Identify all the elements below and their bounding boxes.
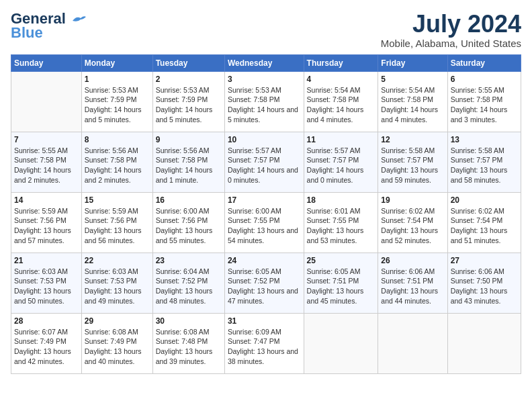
calendar-cell [11, 71, 82, 132]
day-info: Sunrise: 5:54 AMSunset: 7:58 PMDaylight:… [381, 85, 444, 125]
day-info: Sunrise: 6:00 AMSunset: 7:56 PMDaylight:… [156, 206, 222, 246]
day-number: 29 [85, 316, 150, 326]
day-number: 13 [451, 135, 518, 144]
calendar-table: SundayMondayTuesdayWednesdayThursdayFrid… [11, 54, 521, 374]
day-number: 31 [228, 316, 301, 326]
calendar-week-row: 7Sunrise: 5:55 AMSunset: 7:58 PMDaylight… [11, 132, 521, 192]
day-number: 27 [451, 256, 518, 265]
calendar-cell: 13Sunrise: 5:58 AMSunset: 7:57 PMDayligh… [447, 132, 521, 192]
day-number: 23 [156, 256, 222, 265]
calendar-cell: 3Sunrise: 5:53 AMSunset: 7:58 PMDaylight… [224, 71, 304, 132]
page-header: General Blue July 2024 Mobile, Alabama, … [11, 11, 521, 49]
calendar-cell [304, 313, 378, 373]
day-info: Sunrise: 6:03 AMSunset: 7:53 PMDaylight:… [85, 267, 150, 306]
day-number: 26 [381, 256, 444, 265]
day-number: 22 [85, 256, 150, 265]
day-info: Sunrise: 6:04 AMSunset: 7:52 PMDaylight:… [156, 267, 222, 306]
day-info: Sunrise: 6:02 AMSunset: 7:54 PMDaylight:… [451, 206, 518, 246]
logo-blue: Blue [11, 26, 43, 40]
calendar-cell: 30Sunrise: 6:08 AMSunset: 7:48 PMDayligh… [152, 313, 224, 373]
calendar-cell: 18Sunrise: 6:01 AMSunset: 7:55 PMDayligh… [304, 192, 378, 253]
calendar-cell: 24Sunrise: 6:05 AMSunset: 7:52 PMDayligh… [224, 253, 304, 313]
day-info: Sunrise: 5:57 AMSunset: 7:57 PMDaylight:… [307, 146, 375, 185]
calendar-week-row: 21Sunrise: 6:03 AMSunset: 7:53 PMDayligh… [11, 253, 521, 313]
day-info: Sunrise: 6:00 AMSunset: 7:55 PMDaylight:… [228, 206, 301, 246]
calendar-week-row: 1Sunrise: 5:53 AMSunset: 7:59 PMDaylight… [11, 71, 521, 132]
day-number: 1 [85, 75, 150, 84]
calendar-cell: 27Sunrise: 6:06 AMSunset: 7:50 PMDayligh… [447, 253, 521, 313]
calendar-cell: 19Sunrise: 6:02 AMSunset: 7:54 PMDayligh… [378, 192, 447, 253]
day-number: 19 [381, 195, 444, 205]
calendar-cell: 10Sunrise: 5:57 AMSunset: 7:57 PMDayligh… [224, 132, 304, 192]
day-info: Sunrise: 6:07 AMSunset: 7:49 PMDaylight:… [14, 327, 79, 367]
day-number: 15 [85, 195, 150, 205]
day-info: Sunrise: 5:56 AMSunset: 7:58 PMDaylight:… [156, 146, 222, 185]
day-number: 5 [381, 75, 444, 84]
day-number: 28 [14, 316, 79, 326]
title-block: July 2024 Mobile, Alabama, United States [381, 11, 521, 49]
calendar-cell: 20Sunrise: 6:02 AMSunset: 7:54 PMDayligh… [447, 192, 521, 253]
day-number: 10 [228, 135, 301, 144]
weekday-header-wednesday: Wednesday [224, 54, 304, 71]
weekday-header-friday: Friday [378, 54, 447, 71]
day-number: 24 [228, 256, 301, 265]
month-year-title: July 2024 [381, 11, 521, 38]
day-number: 17 [228, 195, 301, 205]
day-number: 2 [156, 75, 222, 84]
day-number: 14 [14, 195, 79, 205]
calendar-cell: 26Sunrise: 6:06 AMSunset: 7:51 PMDayligh… [378, 253, 447, 313]
calendar-cell: 11Sunrise: 5:57 AMSunset: 7:57 PMDayligh… [304, 132, 378, 192]
location-subtitle: Mobile, Alabama, United States [381, 38, 521, 49]
day-info: Sunrise: 5:58 AMSunset: 7:57 PMDaylight:… [381, 146, 444, 185]
weekday-header-saturday: Saturday [447, 54, 521, 71]
calendar-cell: 15Sunrise: 5:59 AMSunset: 7:56 PMDayligh… [81, 192, 152, 253]
calendar-cell: 14Sunrise: 5:59 AMSunset: 7:56 PMDayligh… [11, 192, 82, 253]
day-number: 3 [228, 75, 301, 84]
calendar-cell: 12Sunrise: 5:58 AMSunset: 7:57 PMDayligh… [378, 132, 447, 192]
calendar-cell: 8Sunrise: 5:56 AMSunset: 7:58 PMDaylight… [81, 132, 152, 192]
calendar-cell: 17Sunrise: 6:00 AMSunset: 7:55 PMDayligh… [224, 192, 304, 253]
calendar-cell: 29Sunrise: 6:08 AMSunset: 7:49 PMDayligh… [81, 313, 152, 373]
day-info: Sunrise: 6:05 AMSunset: 7:51 PMDaylight:… [307, 267, 375, 306]
calendar-cell: 16Sunrise: 6:00 AMSunset: 7:56 PMDayligh… [152, 192, 224, 253]
weekday-header-monday: Monday [81, 54, 152, 71]
day-number: 30 [156, 316, 222, 326]
day-info: Sunrise: 5:53 AMSunset: 7:58 PMDaylight:… [228, 85, 301, 125]
calendar-cell: 9Sunrise: 5:56 AMSunset: 7:58 PMDaylight… [152, 132, 224, 192]
day-number: 18 [307, 195, 375, 205]
day-info: Sunrise: 5:56 AMSunset: 7:58 PMDaylight:… [85, 146, 150, 185]
day-info: Sunrise: 5:55 AMSunset: 7:58 PMDaylight:… [14, 146, 79, 185]
weekday-header-thursday: Thursday [304, 54, 378, 71]
calendar-cell [447, 313, 521, 373]
day-number: 11 [307, 135, 375, 144]
day-info: Sunrise: 6:01 AMSunset: 7:55 PMDaylight:… [307, 206, 375, 246]
logo: General Blue [11, 11, 86, 40]
day-info: Sunrise: 6:08 AMSunset: 7:49 PMDaylight:… [85, 327, 150, 367]
day-info: Sunrise: 5:55 AMSunset: 7:58 PMDaylight:… [451, 85, 518, 125]
calendar-cell: 23Sunrise: 6:04 AMSunset: 7:52 PMDayligh… [152, 253, 224, 313]
day-info: Sunrise: 5:53 AMSunset: 7:59 PMDaylight:… [156, 85, 222, 125]
calendar-cell: 5Sunrise: 5:54 AMSunset: 7:58 PMDaylight… [378, 71, 447, 132]
calendar-cell: 21Sunrise: 6:03 AMSunset: 7:53 PMDayligh… [11, 253, 82, 313]
calendar-cell: 28Sunrise: 6:07 AMSunset: 7:49 PMDayligh… [11, 313, 82, 373]
weekday-header-row: SundayMondayTuesdayWednesdayThursdayFrid… [11, 54, 521, 71]
day-info: Sunrise: 6:03 AMSunset: 7:53 PMDaylight:… [14, 267, 79, 306]
day-number: 9 [156, 135, 222, 144]
day-info: Sunrise: 5:54 AMSunset: 7:58 PMDaylight:… [307, 85, 375, 125]
calendar-cell [378, 313, 447, 373]
day-info: Sunrise: 6:06 AMSunset: 7:51 PMDaylight:… [381, 267, 444, 306]
weekday-header-sunday: Sunday [11, 54, 82, 71]
day-number: 7 [14, 135, 79, 144]
calendar-cell: 31Sunrise: 6:09 AMSunset: 7:47 PMDayligh… [224, 313, 304, 373]
calendar-cell: 22Sunrise: 6:03 AMSunset: 7:53 PMDayligh… [81, 253, 152, 313]
logo-bird-icon [71, 14, 86, 25]
calendar-cell: 2Sunrise: 5:53 AMSunset: 7:59 PMDaylight… [152, 71, 224, 132]
day-info: Sunrise: 6:02 AMSunset: 7:54 PMDaylight:… [381, 206, 444, 246]
day-info: Sunrise: 5:57 AMSunset: 7:57 PMDaylight:… [228, 146, 301, 185]
day-info: Sunrise: 6:08 AMSunset: 7:48 PMDaylight:… [156, 327, 222, 367]
calendar-cell: 1Sunrise: 5:53 AMSunset: 7:59 PMDaylight… [81, 71, 152, 132]
calendar-cell: 6Sunrise: 5:55 AMSunset: 7:58 PMDaylight… [447, 71, 521, 132]
day-info: Sunrise: 5:59 AMSunset: 7:56 PMDaylight:… [14, 206, 79, 246]
day-number: 25 [307, 256, 375, 265]
day-info: Sunrise: 5:58 AMSunset: 7:57 PMDaylight:… [451, 146, 518, 185]
